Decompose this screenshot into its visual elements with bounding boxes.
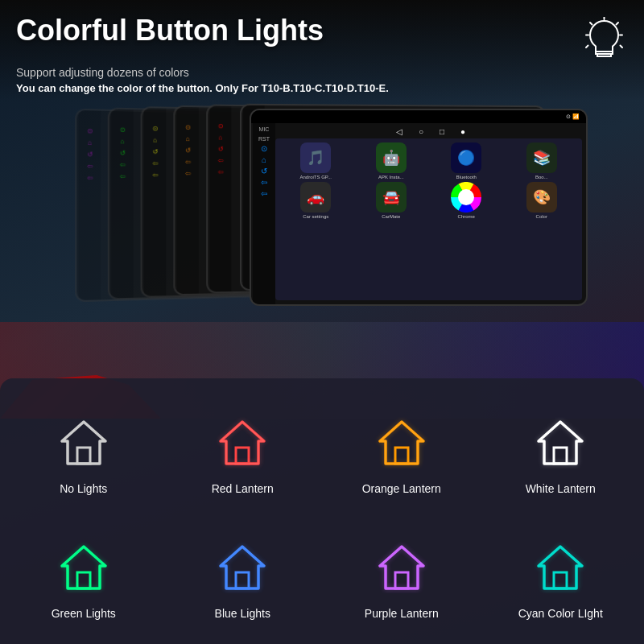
svg-marker-17 — [380, 422, 423, 464]
svg-marker-12 — [62, 422, 105, 464]
device-nav-bar: ◁ ○ □ ● — [275, 123, 586, 139]
svg-marker-14 — [221, 422, 264, 464]
status-right: ⊙ 📶 — [566, 114, 580, 120]
house-icon-orange — [369, 411, 434, 476]
light-label-red: Red Lantern — [212, 482, 274, 495]
light-label-orange: Orange Lantern — [362, 482, 441, 495]
subtitle2-text: You can change the color of the button. … — [16, 82, 628, 94]
nav-dot: ● — [460, 127, 465, 136]
device-status-bar: ⊙ 📶 — [251, 110, 586, 123]
light-item-red[interactable]: Red Lantern — [167, 394, 319, 511]
svg-marker-26 — [221, 547, 264, 588]
screen-content: 🎵 AndroiTS GP... 🤖 APK Insta... 🔵 Blueto… — [275, 138, 582, 300]
svg-marker-23 — [62, 547, 105, 588]
nav-home: ○ — [419, 127, 423, 136]
app-color[interactable]: 🎨 Color — [506, 182, 579, 219]
devices-stack: ⊙ ⌂ ↺ ⇦ ⇦ ⊙ ⌂ ↺ ⇦ ⇦ ⊙ ⌂ ↺ ⇦ ⇦ — [48, 105, 596, 314]
page-title: Colorful Button Lights — [16, 14, 324, 47]
house-icon-red — [210, 411, 275, 476]
app-carmate[interactable]: 🚘 CarMate — [355, 182, 428, 219]
house-icon-no-lights — [52, 411, 116, 476]
lights-grid: No Lights Red Lantern — [8, 394, 636, 636]
app-androits[interactable]: 🎵 AndroiTS GP... — [279, 142, 353, 180]
nav-back: ◁ — [396, 127, 402, 136]
svg-point-11 — [458, 189, 474, 205]
svg-rect-30 — [395, 572, 408, 588]
light-item-purple[interactable]: Purple Lantern — [326, 519, 477, 636]
nav-recents: □ — [440, 127, 444, 136]
svg-rect-15 — [236, 448, 249, 464]
light-label-purple: Purple Lantern — [365, 607, 439, 620]
svg-line-5 — [590, 23, 592, 25]
light-item-blue[interactable]: Blue Lights — [167, 519, 319, 636]
side-buttons-panel: MIC RST ⊙ ⌂ ↺ ⇦ ⇦ — [253, 123, 275, 306]
house-icon-cyan — [528, 536, 592, 601]
svg-rect-24 — [77, 572, 90, 588]
light-item-green[interactable]: Green Lights — [8, 519, 159, 636]
house-icon-purple — [369, 536, 434, 601]
house-icon-blue — [210, 536, 275, 601]
svg-line-7 — [586, 45, 588, 47]
svg-rect-21 — [554, 448, 567, 464]
svg-line-8 — [620, 45, 622, 47]
app-chrome[interactable]: Chrome — [430, 182, 503, 219]
subtitle-text: Support adjusting dozens of colors — [16, 66, 628, 79]
header-section: Colorful Button Lights Support adjusting… — [0, 0, 644, 101]
bulb-icon — [580, 14, 628, 63]
device-display-area: ⊙ ⌂ ↺ ⇦ ⇦ ⊙ ⌂ ↺ ⇦ ⇦ ⊙ ⌂ ↺ ⇦ ⇦ — [0, 97, 644, 322]
svg-rect-13 — [77, 448, 90, 464]
light-label-blue: Blue Lights — [215, 607, 270, 620]
app-apk[interactable]: 🤖 APK Insta... — [355, 142, 428, 180]
svg-marker-32 — [539, 547, 582, 588]
light-item-no-lights[interactable]: No Lights — [8, 394, 159, 511]
light-label-no-lights: No Lights — [60, 482, 107, 495]
app-car-settings[interactable]: 🚗 Car settings — [279, 182, 353, 219]
svg-line-6 — [616, 23, 618, 25]
main-device-card: ⊙ 📶 MIC RST ⊙ ⌂ ↺ ⇦ ⇦ ◁ ○ □ ● — [250, 109, 588, 306]
svg-rect-27 — [236, 572, 249, 588]
svg-rect-33 — [554, 572, 567, 588]
light-item-orange[interactable]: Orange Lantern — [326, 394, 477, 511]
svg-marker-20 — [539, 422, 582, 464]
svg-rect-18 — [395, 448, 408, 464]
svg-rect-1 — [597, 54, 611, 56]
app-bluetooth[interactable]: 🔵 Bluetooth — [430, 142, 503, 180]
light-item-white[interactable]: White Lantern — [485, 394, 637, 511]
svg-marker-29 — [380, 547, 423, 588]
light-item-cyan[interactable]: Cyan Color LIght — [485, 519, 637, 636]
light-label-cyan: Cyan Color LIght — [518, 607, 603, 620]
bottom-panel: No Lights Red Lantern — [0, 378, 644, 644]
app-grid: 🎵 AndroiTS GP... 🤖 APK Insta... 🔵 Blueto… — [275, 138, 582, 223]
app-book[interactable]: 📚 Boo... — [506, 142, 579, 180]
light-label-green: Green Lights — [52, 607, 116, 620]
light-label-white: White Lantern — [526, 482, 596, 495]
house-icon-green — [52, 536, 116, 601]
house-icon-white — [528, 411, 592, 476]
